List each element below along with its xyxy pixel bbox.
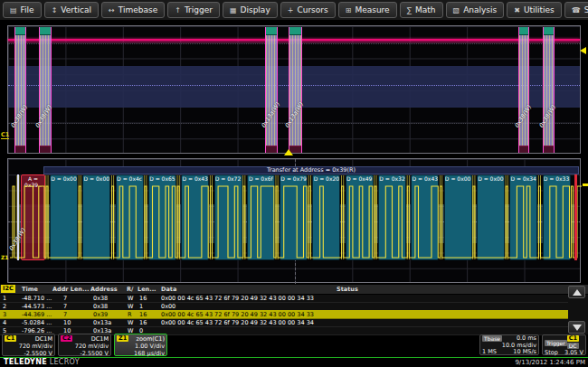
datetime-stamp: 9/13/2012 1:24:46 PM	[515, 359, 585, 366]
table-cell: -44.369 ...	[22, 311, 52, 318]
c1-ground-marker[interactable]: C1	[1, 132, 9, 139]
burst-cap	[519, 146, 528, 153]
menu-item-label: Cursors	[297, 5, 327, 14]
c1-descriptor[interactable]: C1 DC1M 720 mV/div -2.5500 V	[2, 334, 55, 356]
i2c-burst: 0x38(W)	[39, 27, 52, 153]
column-header[interactable]: Addr Len...	[52, 286, 89, 293]
table-cell: 0x39	[93, 311, 108, 318]
column-header[interactable]: Time	[22, 286, 38, 293]
table-cell: W	[128, 295, 133, 302]
column-header[interactable]: Address	[90, 286, 118, 293]
trigger-source-chip: C1	[567, 335, 579, 342]
plot-area: 0x38(W)0x38(W)0x13a(W)0x13a(W)0x38(W)0x3…	[0, 20, 588, 285]
menu-item-label: Support	[584, 5, 588, 14]
table-cell: 1	[139, 303, 143, 310]
tbase-chip: Tbase	[482, 335, 502, 342]
menu-item-vertical[interactable]: ↕Vertical	[44, 2, 99, 18]
c1-coupling: DC1M	[35, 335, 52, 343]
menu-item-file[interactable]: ▤File	[3, 2, 42, 18]
support-icon: ☎	[572, 6, 581, 14]
table-cell: 16	[139, 319, 147, 326]
table-cell: 16	[139, 311, 147, 318]
burst-cap	[266, 27, 277, 35]
trigger-position-marker[interactable]	[284, 149, 293, 155]
i2c-decode-table: I2C TimeAddr Len...AddressR/Len...DataSt…	[0, 285, 588, 334]
table-cell: R	[128, 311, 132, 318]
z1-descriptor[interactable]: Z1 zoom(C1) 1.00 V/div 168 µs/div	[114, 334, 167, 356]
trigger-level-marker[interactable]	[580, 47, 586, 54]
burst-cap	[40, 146, 51, 153]
table-cell: W	[128, 303, 133, 310]
c1-zoom-waveform	[8, 159, 582, 284]
burst-cap	[544, 146, 554, 153]
tbase-samples: 1 MS	[482, 349, 497, 356]
menu-item-utilities[interactable]: ✖Utilities	[507, 2, 562, 18]
math-icon: ∑	[407, 6, 412, 14]
menu-item-timebase[interactable]: ↔Timebase	[101, 2, 165, 18]
brand-logo: TELEDYNE LECROY	[4, 358, 80, 366]
zoom-level-marker	[583, 184, 588, 186]
i2c-burst: 0x38(W)	[14, 27, 26, 153]
table-cell: -44.573 ...	[22, 303, 52, 310]
table-cell: 0x38	[93, 303, 108, 310]
footer-bar: TELEDYNE LECROY 9/13/2012 1:24:46 PM	[0, 358, 588, 367]
i2c-burst: 0x38(W)	[518, 27, 529, 153]
zoom-waveform-grid[interactable]: Transfer at Address = 0x39(R) A = 0x39..…	[7, 158, 581, 283]
table-cell: 7	[63, 311, 67, 318]
menu-item-analysis[interactable]: ▧Analysis	[446, 2, 505, 18]
z1-scale: 1.00 V/div	[117, 343, 165, 350]
burst-address-label: 0x38(W)	[513, 104, 532, 129]
menu-item-cursors[interactable]: +Cursors	[280, 2, 336, 18]
menu-item-label: Measure	[355, 5, 389, 14]
main-waveform-grid[interactable]: 0x38(W)0x38(W)0x13a(W)0x13a(W)0x38(W)0x3…	[7, 25, 581, 154]
column-header[interactable]: Data	[161, 286, 176, 293]
burst-cap	[266, 146, 277, 153]
scroll-down-button[interactable]	[568, 321, 585, 334]
menu-item-label: Trigger	[185, 5, 213, 14]
zoom-trace-marker: Z1	[1, 254, 9, 260]
cursors-icon: +	[288, 6, 294, 14]
vertical-arrows-icon: ↕	[52, 6, 58, 14]
menu-item-measure[interactable]: ⊞Measure	[338, 2, 397, 18]
c2-coupling: DC1M	[91, 335, 109, 343]
table-cell: -48.710 ...	[22, 295, 52, 302]
table-cell: 2	[3, 303, 6, 310]
table-scrollbar[interactable]	[568, 286, 585, 334]
column-header[interactable]: Len...	[138, 286, 156, 293]
column-header[interactable]: R/	[127, 286, 133, 293]
trigger-descriptor[interactable]: Trigger C1 DC Stop 3.05 V Edge Positive	[542, 334, 586, 355]
file-icon: ▤	[10, 6, 17, 14]
c1-offset: -2.5500 V	[5, 350, 52, 357]
trigger-chip: Trigger	[545, 340, 567, 346]
menu-item-support[interactable]: ☎Support	[564, 2, 588, 18]
z1-chip: Z1	[117, 335, 128, 342]
burst-cap	[40, 27, 51, 35]
table-cell: 16	[139, 295, 147, 302]
menu-item-label: Math	[415, 5, 436, 14]
down-triangle-icon	[573, 325, 582, 331]
scroll-up-button[interactable]	[568, 286, 585, 298]
burst-cap	[15, 27, 25, 35]
timebase-descriptor[interactable]: Tbase 0.0 ms 10.0 ms/div 1 MS 10 MS/s	[479, 334, 539, 355]
c2-descriptor[interactable]: C2 DC1M 720 mV/div -2.5500 V	[58, 334, 111, 356]
measure-icon: ⊞	[346, 6, 352, 14]
bus-chip[interactable]: I2C	[1, 285, 15, 293]
menu-item-trigger[interactable]: ↑Trigger	[167, 2, 220, 18]
menu-item-display[interactable]: ▦Display	[223, 2, 278, 18]
i2c-burst: 0x13a(W)	[289, 27, 302, 153]
trigger-arrow-icon: ↑	[175, 6, 181, 14]
z1-title: zoom(C1)	[137, 335, 165, 343]
table-cell: W	[128, 319, 133, 326]
trigger-coupling-chip: DC	[567, 343, 579, 349]
menu-item-label: File	[21, 5, 34, 14]
burst-cap	[15, 146, 25, 153]
c2-chip: C2	[61, 335, 72, 342]
table-cell: 7	[63, 303, 67, 310]
oscilloscope-screen: ▤File↕Vertical↔Timebase↑Trigger▦Display+…	[0, 0, 588, 367]
burst-address-label: 0x38(W)	[33, 104, 52, 129]
table-cell: 3	[3, 311, 6, 318]
menu-item-math[interactable]: ∑Math	[400, 2, 443, 18]
table-cell: 0x00 00 4c 65 43 72 6f 79 20 49 32 43 00…	[161, 319, 314, 326]
column-header[interactable]: Status	[337, 286, 358, 293]
table-cell: 0x00 00 4c 65 43 72 6f 79 20 49 32 43 00…	[161, 311, 314, 318]
